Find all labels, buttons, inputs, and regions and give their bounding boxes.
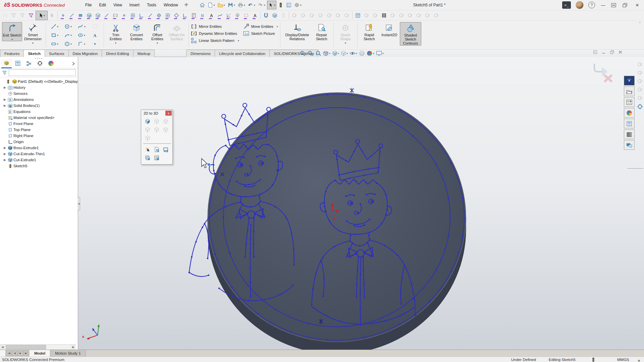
sketch-vertex-dot[interactable] — [363, 256, 364, 258]
sketch-vertex-dot[interactable] — [253, 218, 255, 219]
design-library-icon[interactable] — [624, 97, 635, 107]
toolbar2-blob-icon[interactable] — [423, 11, 432, 20]
sketch-vertex-dot[interactable] — [336, 159, 338, 160]
toolbar2-arrow-icon[interactable]: ▾ — [36, 11, 48, 20]
sketch-vertex-dot[interactable] — [368, 234, 370, 236]
instant2d-button[interactable]: Instant2D — [379, 22, 400, 37]
toolbar2-blob-icon[interactable] — [325, 11, 334, 20]
toolbar2-ruler-icon[interactable] — [224, 11, 233, 20]
sketch-vertex-dot[interactable] — [381, 317, 383, 319]
toolbar2-blob-icon[interactable] — [432, 11, 441, 20]
tab-prev-icon[interactable]: ◀ — [12, 351, 17, 356]
expand-arrow-icon[interactable]: ▶ — [3, 104, 7, 107]
toolbar2-target-icon[interactable] — [155, 11, 163, 20]
toolbar2-funnel-icon[interactable] — [18, 11, 27, 20]
dropdown-caret-icon[interactable]: ▾ — [373, 52, 374, 55]
expand-arrow-icon[interactable]: ▶ — [3, 146, 7, 149]
sketch-vertex-dot[interactable] — [290, 102, 292, 103]
dropdown-caret-icon[interactable]: ▾ — [274, 4, 275, 7]
tab-sketch[interactable]: Sketch — [24, 50, 45, 57]
sketch-vertex-dot[interactable] — [214, 253, 216, 255]
restore-window-icon[interactable] — [610, 50, 614, 54]
sketch-vertex-dot[interactable] — [250, 206, 252, 208]
comments-icon[interactable] — [624, 140, 635, 150]
menu-window[interactable]: Window — [160, 1, 182, 9]
toolbar2-A-icon[interactable]: A — [207, 11, 216, 20]
palette-2d-to-3d[interactable]: 2D to 3D x — [141, 110, 173, 165]
terminal-icon[interactable]: >_ — [562, 1, 571, 9]
sketch-vertex-dot[interactable] — [355, 323, 356, 325]
sketch-vertex-dot[interactable] — [357, 212, 359, 214]
apply-scene-button[interactable]: ▾ — [367, 50, 374, 56]
sketch-vertex-dot[interactable] — [250, 253, 251, 254]
tab-surfaces[interactable]: Surfaces — [45, 50, 68, 57]
menu-insert[interactable]: Insert — [126, 1, 143, 9]
sketch-vertex-dot[interactable] — [215, 173, 216, 175]
sketch-vertex-dot[interactable] — [325, 315, 327, 316]
sketch-vertex-dot[interactable] — [345, 107, 347, 109]
tree-filter-input[interactable] — [9, 69, 76, 76]
sketch-vertex-dot[interactable] — [279, 294, 281, 296]
toolbar2-N-icon[interactable]: N — [198, 11, 207, 20]
offset-entities-caret[interactable]: ▾ — [157, 42, 158, 45]
dimxpert-tab[interactable] — [35, 59, 45, 68]
sketch-vertex-dot[interactable] — [248, 184, 250, 186]
toolbar2-slash-icon[interactable] — [146, 11, 155, 20]
sketch-vertex-dot[interactable] — [364, 97, 366, 98]
file-properties-button[interactable] — [285, 1, 292, 9]
pin-menu-icon[interactable] — [184, 3, 189, 7]
sketch-vertex-dot[interactable] — [360, 324, 362, 326]
sketch-vertex-dot[interactable] — [254, 213, 256, 214]
toolbar2-A-icon[interactable]: A — [251, 11, 259, 20]
select-button[interactable]: ▾ — [267, 1, 276, 9]
takeover-crosshair-icon[interactable] — [637, 104, 643, 110]
sketch-vertex-dot[interactable] — [401, 277, 403, 279]
close-window-icon[interactable] — [618, 50, 623, 54]
sketch-vertex-dot[interactable] — [253, 256, 255, 258]
sketch-vertex-dot[interactable] — [369, 239, 371, 241]
expand-arrow-icon[interactable]: ▶ — [3, 158, 7, 162]
dropdown-caret-icon[interactable]: ▾ — [382, 52, 384, 55]
toolbar2-blob-icon[interactable] — [362, 11, 371, 20]
dropdown-caret-icon[interactable]: ▾ — [214, 4, 215, 7]
toolbar2-win-icon[interactable] — [354, 11, 362, 20]
sketch-vertex-dot[interactable] — [250, 282, 251, 284]
sketch-vertex-dot[interactable] — [359, 245, 361, 247]
toolbar2-balloon-icon[interactable]: A — [233, 11, 242, 20]
sketch-vertex-dot[interactable] — [448, 235, 449, 236]
repair-sketch-icon[interactable] — [152, 145, 161, 153]
sketch-vertex-dot[interactable] — [385, 194, 387, 195]
linear-pattern-caret[interactable]: ▾ — [238, 39, 239, 42]
toolbar2-blob-icon[interactable] — [397, 11, 406, 20]
display-style-button[interactable]: ▾ — [341, 51, 348, 56]
tree-item-right-plane[interactable]: Right Plane — [1, 133, 78, 139]
tab-data-migration[interactable]: Data Migration — [69, 50, 102, 57]
left-view-icon[interactable] — [143, 126, 152, 133]
configurationmanager-tab[interactable] — [23, 59, 34, 68]
open-button[interactable]: ▾ — [217, 1, 226, 9]
shaded-sketch-contours-button[interactable]: Shaded Sketch Contours — [400, 22, 421, 46]
sketch-vertex-dot[interactable] — [275, 124, 276, 126]
sketch-vertex-dot[interactable] — [322, 257, 323, 259]
avatar[interactable] — [576, 1, 584, 9]
slot-tool[interactable]: ▾ — [48, 41, 61, 47]
toolbar2-arrow-icon[interactable] — [48, 11, 56, 20]
scroll-thumb[interactable] — [6, 345, 46, 349]
dropdown-caret-icon[interactable]: ▾ — [356, 52, 357, 55]
sketch-vertex-dot[interactable] — [236, 216, 238, 217]
text-tool[interactable]: A — [88, 33, 102, 38]
point-tool[interactable] — [88, 41, 102, 47]
expand-arrow-icon[interactable]: ▶ — [3, 86, 7, 89]
sketch-vertex-dot[interactable] — [406, 268, 407, 269]
sketch-vertex-dot[interactable] — [245, 196, 247, 198]
auxiliary-view-icon[interactable] — [143, 134, 152, 142]
sketch-vertex-dot[interactable] — [267, 144, 269, 145]
sketch-vertex-dot[interactable] — [242, 136, 244, 137]
sketch-vertex-dot[interactable] — [435, 164, 437, 165]
zoom-to-area-button[interactable] — [307, 50, 313, 56]
tree-item-sketch5[interactable]: Sketch5 — [1, 163, 78, 169]
featuremanager-tab[interactable] — [1, 59, 12, 68]
toolbar2-curve-icon[interactable] — [216, 11, 224, 20]
sketch-vertex-dot[interactable] — [242, 164, 244, 166]
repair-sketch-button[interactable]: Repair Sketch — [312, 22, 331, 41]
